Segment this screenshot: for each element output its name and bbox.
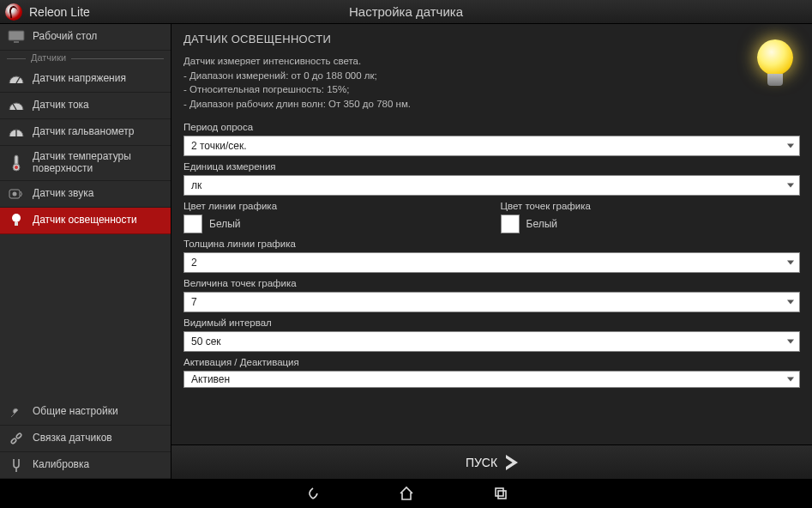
lightbulb-illustration-icon bbox=[755, 39, 795, 94]
sensor-description: Датчик измеряет интенсивность света. - Д… bbox=[183, 54, 647, 112]
sidebar: Рабочий стол Датчики Датчик напряжения Д… bbox=[0, 24, 171, 479]
sidebar-item-label: Датчик тока bbox=[33, 100, 89, 112]
point-color-label: Цвет точек графика bbox=[501, 201, 801, 211]
tuning-fork-icon bbox=[7, 457, 26, 473]
sidebar-item-settings[interactable]: Общие настройки bbox=[0, 399, 171, 426]
svg-rect-0 bbox=[9, 31, 24, 40]
chevron-down-icon bbox=[787, 260, 794, 264]
point-size-label: Величина точек графика bbox=[183, 278, 800, 288]
sidebar-item-label: Рабочий стол bbox=[33, 31, 97, 43]
start-button[interactable]: ПУСК bbox=[171, 444, 812, 479]
line-color-label: Цвет линии графика bbox=[183, 201, 484, 211]
sidebar-item-current[interactable]: Датчик тока bbox=[0, 93, 171, 119]
unit-label: Единица измерения bbox=[183, 161, 800, 172]
svg-point-12 bbox=[10, 438, 16, 444]
recent-apps-icon[interactable] bbox=[492, 485, 509, 502]
sound-icon bbox=[7, 186, 26, 202]
chevron-down-icon bbox=[787, 339, 794, 343]
point-color-value: Белый bbox=[526, 218, 557, 230]
sidebar-item-sound[interactable]: Датчик звука bbox=[0, 181, 171, 208]
topbar: Releon Lite Настройка датчика bbox=[0, 0, 812, 24]
app-name: Releon Lite bbox=[29, 5, 90, 19]
sidebar-item-voltage[interactable]: Датчик напряжения bbox=[0, 66, 171, 93]
poll-period-select[interactable]: 2 точки/сек. bbox=[183, 136, 800, 156]
visible-interval-label: Видимый интервал bbox=[183, 318, 800, 328]
svg-rect-14 bbox=[496, 488, 503, 496]
gauge-icon bbox=[7, 98, 26, 113]
svg-rect-15 bbox=[498, 491, 506, 499]
svg-point-10 bbox=[12, 214, 21, 222]
sidebar-item-label: Калибровка bbox=[33, 459, 89, 471]
sidebar-item-label: Датчик звука bbox=[33, 188, 93, 200]
back-icon[interactable] bbox=[304, 485, 321, 502]
svg-point-9 bbox=[13, 191, 17, 196]
wrench-icon bbox=[7, 404, 26, 420]
chevron-down-icon bbox=[787, 143, 794, 148]
sidebar-item-link[interactable]: Связка датчиков bbox=[0, 426, 171, 452]
sidebar-item-galvanometer[interactable]: Датчик гальванометр bbox=[0, 119, 171, 146]
point-size-select[interactable]: 7 bbox=[183, 292, 800, 312]
chevron-down-icon bbox=[787, 377, 794, 381]
chevron-down-icon bbox=[787, 299, 794, 304]
monitor-icon bbox=[7, 29, 26, 45]
poll-period-label: Период опроса bbox=[183, 122, 800, 132]
sensor-heading: ДАТЧИК ОСВЕЩЕННОСТИ bbox=[183, 33, 800, 45]
unit-select[interactable]: лк bbox=[183, 175, 800, 196]
svg-point-13 bbox=[15, 432, 21, 438]
sidebar-item-calibration[interactable]: Калибровка bbox=[0, 452, 171, 479]
sidebar-item-label: Общие настройки bbox=[33, 406, 118, 418]
sidebar-item-label: Связка датчиков bbox=[33, 432, 112, 444]
thermometer-icon bbox=[7, 155, 26, 171]
sidebar-item-label: Датчик напряжения bbox=[33, 73, 126, 85]
start-button-label: ПУСК bbox=[466, 456, 497, 469]
home-icon[interactable] bbox=[398, 485, 415, 502]
line-color-swatch[interactable] bbox=[183, 215, 202, 233]
sidebar-item-label: Датчик освещенности bbox=[33, 215, 137, 227]
play-icon bbox=[506, 455, 518, 470]
gauge-icon bbox=[7, 124, 26, 140]
visible-interval-select[interactable]: 50 сек bbox=[183, 331, 800, 352]
gauge-icon bbox=[7, 71, 26, 87]
chevron-down-icon bbox=[787, 183, 794, 187]
line-width-select[interactable]: 2 bbox=[183, 252, 800, 273]
page-title: Настройка датчика bbox=[171, 4, 641, 19]
point-color-swatch[interactable] bbox=[501, 215, 520, 233]
svg-rect-11 bbox=[15, 222, 18, 226]
svg-point-7 bbox=[15, 166, 18, 169]
sidebar-section-sensors: Датчики bbox=[0, 52, 171, 64]
line-color-value: Белый bbox=[209, 218, 240, 230]
svg-rect-1 bbox=[14, 41, 19, 43]
activation-select[interactable]: Активен bbox=[183, 371, 800, 388]
sidebar-item-light[interactable]: Датчик освещенности bbox=[0, 208, 171, 234]
chain-icon bbox=[7, 431, 26, 446]
sidebar-item-label: Датчик температуры поверхности bbox=[33, 151, 164, 175]
sidebar-item-label: Датчик гальванометр bbox=[33, 126, 135, 138]
android-navbar bbox=[0, 479, 812, 508]
activation-label: Активация / Деактивация bbox=[183, 357, 800, 367]
line-width-label: Толщина линии графика bbox=[183, 239, 800, 249]
app-logo-icon bbox=[5, 3, 22, 21]
sidebar-item-desktop[interactable]: Рабочий стол bbox=[0, 24, 171, 51]
bulb-icon bbox=[7, 213, 26, 228]
main-content: ДАТЧИК ОСВЕЩЕННОСТИ Датчик измеряет инте… bbox=[171, 24, 812, 444]
sidebar-item-temperature[interactable]: Датчик температуры поверхности bbox=[0, 146, 171, 181]
